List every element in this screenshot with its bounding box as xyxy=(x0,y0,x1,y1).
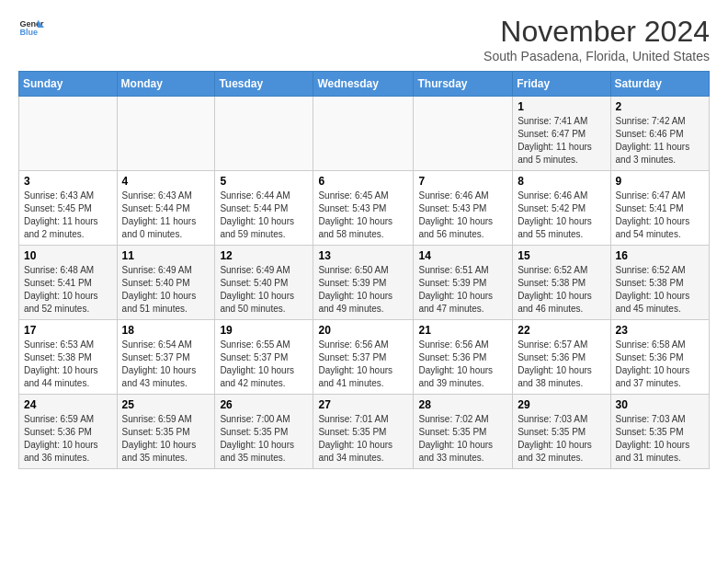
day-number: 22 xyxy=(518,324,605,337)
day-info: Sunrise: 6:49 AM Sunset: 5:40 PM Dayligh… xyxy=(122,265,197,314)
calendar-cell: 12Sunrise: 6:49 AM Sunset: 5:40 PM Dayli… xyxy=(215,246,313,320)
calendar-cell: 22Sunrise: 6:57 AM Sunset: 5:36 PM Dayli… xyxy=(513,320,610,395)
day-info: Sunrise: 6:57 AM Sunset: 5:36 PM Dayligh… xyxy=(518,339,592,388)
day-number: 14 xyxy=(418,249,507,262)
day-info: Sunrise: 7:41 AM Sunset: 6:47 PM Dayligh… xyxy=(518,116,592,165)
day-number: 13 xyxy=(318,249,408,262)
day-number: 20 xyxy=(318,324,408,337)
calendar-cell: 29Sunrise: 7:03 AM Sunset: 5:35 PM Dayli… xyxy=(513,395,610,469)
day-header: Monday xyxy=(117,72,215,97)
day-number: 29 xyxy=(518,398,605,411)
day-info: Sunrise: 6:47 AM Sunset: 5:41 PM Dayligh… xyxy=(616,190,690,239)
day-number: 5 xyxy=(220,175,308,188)
day-info: Sunrise: 7:03 AM Sunset: 5:35 PM Dayligh… xyxy=(616,414,690,463)
header: General Blue November 2024 South Pasaden… xyxy=(18,15,710,63)
day-number: 11 xyxy=(122,249,210,262)
day-info: Sunrise: 6:52 AM Sunset: 5:38 PM Dayligh… xyxy=(616,265,690,314)
calendar-cell: 24Sunrise: 6:59 AM Sunset: 5:36 PM Dayli… xyxy=(19,395,118,469)
day-info: Sunrise: 7:01 AM Sunset: 5:35 PM Dayligh… xyxy=(318,414,392,463)
day-header: Saturday xyxy=(610,72,709,97)
day-info: Sunrise: 7:00 AM Sunset: 5:35 PM Dayligh… xyxy=(220,414,294,463)
day-number: 28 xyxy=(418,398,507,411)
calendar-cell: 5Sunrise: 6:44 AM Sunset: 5:44 PM Daylig… xyxy=(215,171,313,246)
day-number: 17 xyxy=(24,324,112,337)
logo: General Blue xyxy=(18,15,44,40)
day-info: Sunrise: 6:54 AM Sunset: 5:37 PM Dayligh… xyxy=(122,339,197,388)
day-number: 7 xyxy=(418,175,507,188)
calendar-week: 1Sunrise: 7:41 AM Sunset: 6:47 PM Daylig… xyxy=(19,97,710,171)
calendar-cell: 17Sunrise: 6:53 AM Sunset: 5:38 PM Dayli… xyxy=(19,320,118,395)
day-number: 21 xyxy=(418,324,507,337)
day-number: 4 xyxy=(122,175,210,188)
day-number: 10 xyxy=(24,249,112,262)
day-number: 12 xyxy=(220,249,308,262)
calendar-week: 3Sunrise: 6:43 AM Sunset: 5:45 PM Daylig… xyxy=(19,171,710,246)
day-info: Sunrise: 6:56 AM Sunset: 5:36 PM Dayligh… xyxy=(418,339,493,388)
calendar-cell xyxy=(313,97,414,171)
calendar-cell xyxy=(19,97,118,171)
subtitle: South Pasadena, Florida, United States xyxy=(483,49,710,63)
day-header: Friday xyxy=(513,72,610,97)
logo-icon: General Blue xyxy=(18,15,44,40)
day-number: 6 xyxy=(318,175,408,188)
calendar-cell: 30Sunrise: 7:03 AM Sunset: 5:35 PM Dayli… xyxy=(610,395,709,469)
day-header: Tuesday xyxy=(215,72,313,97)
calendar-cell xyxy=(414,97,513,171)
day-number: 8 xyxy=(518,175,605,188)
day-info: Sunrise: 7:42 AM Sunset: 6:46 PM Dayligh… xyxy=(616,116,690,165)
day-header: Wednesday xyxy=(313,72,414,97)
calendar-cell: 19Sunrise: 6:55 AM Sunset: 5:37 PM Dayli… xyxy=(215,320,313,395)
day-info: Sunrise: 6:46 AM Sunset: 5:43 PM Dayligh… xyxy=(418,190,493,239)
calendar-cell: 8Sunrise: 6:46 AM Sunset: 5:42 PM Daylig… xyxy=(513,171,610,246)
month-title: November 2024 xyxy=(483,15,710,49)
calendar-cell: 15Sunrise: 6:52 AM Sunset: 5:38 PM Dayli… xyxy=(513,246,610,320)
day-number: 23 xyxy=(616,324,704,337)
day-info: Sunrise: 6:45 AM Sunset: 5:43 PM Dayligh… xyxy=(318,190,392,239)
calendar-table: SundayMondayTuesdayWednesdayThursdayFrid… xyxy=(18,71,710,469)
day-info: Sunrise: 6:46 AM Sunset: 5:42 PM Dayligh… xyxy=(518,190,592,239)
day-info: Sunrise: 6:58 AM Sunset: 5:36 PM Dayligh… xyxy=(616,339,690,388)
day-number: 18 xyxy=(122,324,210,337)
calendar-cell xyxy=(117,97,215,171)
day-info: Sunrise: 6:56 AM Sunset: 5:37 PM Dayligh… xyxy=(318,339,392,388)
day-number: 1 xyxy=(518,100,605,113)
day-info: Sunrise: 6:51 AM Sunset: 5:39 PM Dayligh… xyxy=(418,265,493,314)
calendar-week: 17Sunrise: 6:53 AM Sunset: 5:38 PM Dayli… xyxy=(19,320,710,395)
day-number: 2 xyxy=(616,100,704,113)
day-number: 15 xyxy=(518,249,605,262)
day-info: Sunrise: 6:59 AM Sunset: 5:36 PM Dayligh… xyxy=(24,414,98,463)
day-number: 25 xyxy=(122,398,210,411)
day-info: Sunrise: 6:55 AM Sunset: 5:37 PM Dayligh… xyxy=(220,339,294,388)
day-info: Sunrise: 6:44 AM Sunset: 5:44 PM Dayligh… xyxy=(220,190,294,239)
calendar-cell: 1Sunrise: 7:41 AM Sunset: 6:47 PM Daylig… xyxy=(513,97,610,171)
title-area: November 2024 South Pasadena, Florida, U… xyxy=(483,15,710,63)
day-number: 3 xyxy=(24,175,112,188)
calendar-cell: 10Sunrise: 6:48 AM Sunset: 5:41 PM Dayli… xyxy=(19,246,118,320)
calendar-cell: 25Sunrise: 6:59 AM Sunset: 5:35 PM Dayli… xyxy=(117,395,215,469)
calendar-cell: 28Sunrise: 7:02 AM Sunset: 5:35 PM Dayli… xyxy=(414,395,513,469)
day-header: Sunday xyxy=(19,72,118,97)
calendar-cell: 7Sunrise: 6:46 AM Sunset: 5:43 PM Daylig… xyxy=(414,171,513,246)
calendar-cell: 18Sunrise: 6:54 AM Sunset: 5:37 PM Dayli… xyxy=(117,320,215,395)
calendar-cell: 27Sunrise: 7:01 AM Sunset: 5:35 PM Dayli… xyxy=(313,395,414,469)
calendar-cell: 14Sunrise: 6:51 AM Sunset: 5:39 PM Dayli… xyxy=(414,246,513,320)
day-info: Sunrise: 6:49 AM Sunset: 5:40 PM Dayligh… xyxy=(220,265,294,314)
calendar-cell: 3Sunrise: 6:43 AM Sunset: 5:45 PM Daylig… xyxy=(19,171,118,246)
calendar-cell: 21Sunrise: 6:56 AM Sunset: 5:36 PM Dayli… xyxy=(414,320,513,395)
day-info: Sunrise: 6:50 AM Sunset: 5:39 PM Dayligh… xyxy=(318,265,392,314)
day-number: 24 xyxy=(24,398,112,411)
day-info: Sunrise: 7:02 AM Sunset: 5:35 PM Dayligh… xyxy=(418,414,493,463)
calendar-cell: 2Sunrise: 7:42 AM Sunset: 6:46 PM Daylig… xyxy=(610,97,709,171)
calendar-cell: 4Sunrise: 6:43 AM Sunset: 5:44 PM Daylig… xyxy=(117,171,215,246)
svg-text:Blue: Blue xyxy=(19,28,38,37)
calendar-cell: 6Sunrise: 6:45 AM Sunset: 5:43 PM Daylig… xyxy=(313,171,414,246)
calendar-cell: 9Sunrise: 6:47 AM Sunset: 5:41 PM Daylig… xyxy=(610,171,709,246)
calendar-cell xyxy=(215,97,313,171)
day-header: Thursday xyxy=(414,72,513,97)
calendar-week: 10Sunrise: 6:48 AM Sunset: 5:41 PM Dayli… xyxy=(19,246,710,320)
day-number: 19 xyxy=(220,324,308,337)
day-info: Sunrise: 6:59 AM Sunset: 5:35 PM Dayligh… xyxy=(122,414,197,463)
day-info: Sunrise: 6:52 AM Sunset: 5:38 PM Dayligh… xyxy=(518,265,592,314)
day-info: Sunrise: 6:43 AM Sunset: 5:44 PM Dayligh… xyxy=(122,190,197,239)
calendar-cell: 23Sunrise: 6:58 AM Sunset: 5:36 PM Dayli… xyxy=(610,320,709,395)
